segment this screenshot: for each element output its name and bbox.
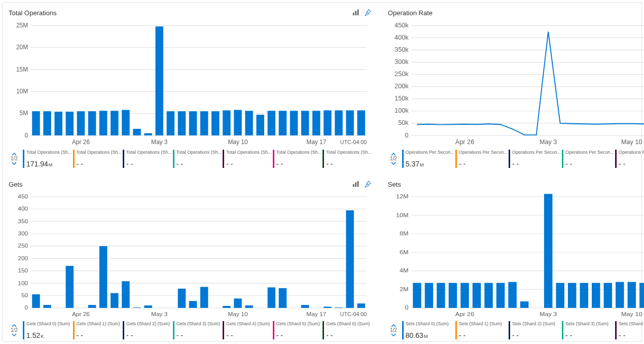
legend-pager: 1/2 — [388, 150, 399, 168]
svg-rect-112 — [122, 281, 129, 308]
legend-label: Total Operations (Sh... — [126, 150, 172, 155]
legend-item[interactable]: Gets (Shard 4) (Sum) - - — [223, 321, 272, 339]
legend-value: - - — [326, 160, 372, 168]
legend-value: 5.37M — [406, 160, 454, 168]
panel-gets: Gets 050100150200250300350400450Apr 26Ma… — [3, 174, 378, 341]
legend-items: Gets (Shard 0) (Sum) 1.52K Gets (Shard 1… — [23, 321, 372, 339]
svg-text:10M: 10M — [16, 88, 28, 95]
legend-item[interactable]: Sets (Shard 1) (Sum) - - — [455, 321, 508, 339]
legend-item[interactable]: Total Operations (Sh... - - — [173, 150, 222, 168]
chevron-down-icon[interactable] — [12, 333, 17, 337]
legend-value: - - — [619, 160, 644, 168]
svg-rect-164 — [592, 283, 600, 308]
legend-label: Total Operations (Sh... — [226, 150, 272, 155]
chevron-down-icon[interactable] — [391, 333, 396, 337]
legend-item[interactable]: Gets (Shard 2) (Sum) - - — [123, 321, 172, 339]
svg-text:0: 0 — [25, 131, 28, 139]
svg-text:150: 150 — [18, 268, 28, 274]
legend-item[interactable]: Gets (Shard 5) (Sum) - - — [273, 321, 322, 339]
svg-rect-29 — [133, 129, 140, 135]
legend-item[interactable]: Operations Per Secon... - - — [455, 150, 508, 168]
svg-rect-122 — [279, 288, 287, 308]
svg-rect-127 — [357, 303, 365, 308]
view-chart-button[interactable] — [352, 9, 360, 16]
legend-item[interactable]: Operations Per Secon... 5.37M — [402, 150, 454, 168]
legend-item[interactable]: Sets (Shard 4) (Sum) - - — [615, 321, 644, 339]
pin-button[interactable] — [365, 9, 372, 16]
legend-label: Operations Per Secon... — [619, 150, 644, 155]
legend-item[interactable]: Operations Per Secon... - - — [562, 150, 614, 168]
svg-rect-120 — [245, 305, 253, 308]
legend-item[interactable]: Operations Per Secon... - - — [615, 150, 644, 168]
svg-text:200k: 200k — [395, 83, 409, 90]
legend-item[interactable]: Total Operations (Sh... - - — [323, 150, 372, 168]
legend-item[interactable]: Gets (Shard 1) (Sum) - - — [73, 321, 122, 339]
legend-label: Total Operations (Sh... — [276, 150, 322, 155]
svg-rect-160 — [544, 194, 552, 308]
svg-rect-38 — [234, 110, 241, 135]
legend-items: Operations Per Secon... 5.37M Operations… — [402, 150, 644, 168]
legend-pager: 1/2 — [9, 150, 20, 168]
bar-chart-icon — [352, 9, 360, 16]
legend-item[interactable]: Sets (Shard 0) (Sum) 80.63M — [402, 321, 454, 339]
chevron-down-icon[interactable] — [12, 161, 17, 165]
svg-text:450k: 450k — [395, 22, 409, 29]
pin-icon — [365, 181, 372, 188]
panel-total-operations: Total Operations 05M10M15M20M25MApr 26Ma… — [3, 3, 378, 170]
legend-item[interactable]: Gets (Shard 0) (Sum) 1.52K — [23, 321, 72, 339]
svg-rect-47 — [335, 111, 342, 135]
svg-rect-110 — [99, 246, 107, 308]
view-chart-button[interactable] — [352, 181, 360, 188]
svg-rect-48 — [346, 111, 353, 135]
panel-header: Total Operations — [9, 8, 372, 18]
panel-operation-rate: Operation Rate 050k100k150k200k250k300k3… — [382, 3, 644, 170]
svg-rect-37 — [223, 111, 230, 135]
svg-text:15M: 15M — [16, 65, 28, 73]
svg-text:0: 0 — [405, 304, 408, 311]
chart-area[interactable]: 05M10M15M20M25MApr 26May 3May 10May 17UT… — [9, 22, 372, 147]
legend-item[interactable]: Total Operations (Sh... 171.94M — [23, 150, 72, 168]
svg-text:May 3: May 3 — [151, 139, 168, 146]
svg-rect-159 — [520, 301, 528, 308]
legend-value: - - — [459, 160, 508, 168]
legend-item[interactable]: Total Operations (Sh... - - — [273, 150, 322, 168]
chevron-down-icon[interactable] — [391, 161, 396, 165]
svg-text:150k: 150k — [395, 95, 409, 102]
svg-text:Apr 26: Apr 26 — [72, 311, 90, 317]
legend-item[interactable]: Total Operations (Sh... - - — [73, 150, 122, 168]
pin-button[interactable] — [365, 181, 372, 188]
legend-label: Sets (Shard 3) (Sum) — [565, 321, 614, 326]
svg-text:250k: 250k — [395, 71, 409, 78]
legend-row: 1/2 Sets (Shard 0) (Sum) 80.63M Sets (Sh… — [388, 321, 644, 339]
svg-text:May 3: May 3 — [540, 311, 557, 317]
svg-text:Apr 26: Apr 26 — [455, 311, 475, 317]
svg-rect-123 — [301, 305, 309, 308]
legend-item[interactable]: Total Operations (Sh... - - — [223, 150, 272, 168]
legend-item[interactable]: Gets (Shard 3) (Sum) - - — [173, 321, 222, 339]
svg-text:450: 450 — [18, 193, 28, 199]
legend-value: - - — [565, 331, 614, 339]
chart-area[interactable]: 050k100k150k200k250k300k350k400k450kApr … — [388, 22, 644, 147]
svg-text:May 17: May 17 — [306, 139, 326, 146]
svg-text:UTC-04:00: UTC-04:00 — [340, 312, 367, 317]
legend-label: Gets (Shard 1) (Sum) — [77, 321, 122, 326]
panel-header: Sets — [388, 179, 644, 189]
panel-actions — [352, 181, 372, 188]
svg-text:May 10: May 10 — [621, 311, 642, 317]
legend-pager: 1/2 — [9, 321, 20, 339]
legend-label: Sets (Shard 2) (Sum) — [512, 321, 561, 326]
legend-item[interactable]: Sets (Shard 2) (Sum) - - — [509, 321, 561, 339]
legend-item[interactable]: Gets (Shard 6) (Sum) - - — [323, 321, 372, 339]
bar-chart-icon — [352, 181, 360, 188]
chart-area[interactable]: 050100150200250300350400450Apr 26May 3Ma… — [9, 193, 372, 318]
legend-item[interactable]: Sets (Shard 3) (Sum) - - — [562, 321, 614, 339]
chart-area[interactable]: 02M4M6M8M10M12MApr 26May 3May 10May 17UT… — [388, 193, 644, 318]
legend-value: - - — [126, 331, 172, 339]
svg-rect-153 — [449, 283, 457, 308]
legend-label: Gets (Shard 0) (Sum) — [26, 321, 72, 326]
legend-item[interactable]: Operations Per Secon... - - — [509, 150, 561, 168]
legend-value: - - — [459, 331, 508, 339]
legend-item[interactable]: Total Operations (Sh... - - — [123, 150, 172, 168]
svg-rect-23 — [66, 112, 74, 135]
panel-title: Operation Rate — [388, 9, 433, 17]
